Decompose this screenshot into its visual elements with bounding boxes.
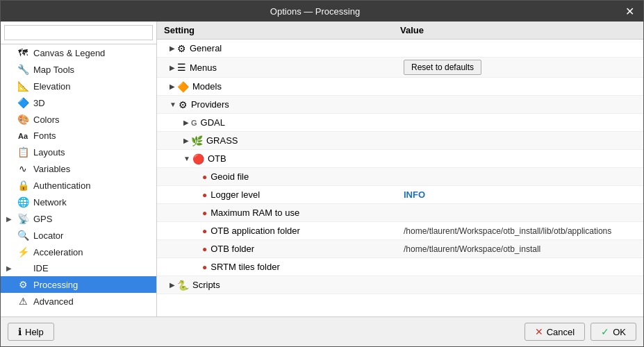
logger-label: Logger level: [210, 189, 260, 200]
gps-icon: 📡: [16, 213, 30, 224]
setting-name-maxram: ● Maximum RAM to use: [157, 205, 400, 220]
options-dialog: Options — Processing ✕ 🗺 Canvas & Legend…: [0, 0, 644, 347]
sidebar-label: Elevation: [33, 81, 70, 92]
expand-menus-button[interactable]: ▶: [167, 64, 177, 71]
help-button[interactable]: ℹ Help: [8, 323, 54, 341]
srtm-icon: ●: [202, 262, 207, 272]
canvas-legend-icon: 🗺: [16, 47, 30, 58]
otbapp-label: OTB application folder: [210, 226, 300, 236]
settings-row-otb: ▼ 🔴 OTB: [157, 150, 643, 168]
sidebar-item-advanced[interactable]: ⚠ Advanced: [1, 293, 156, 310]
locator-icon: 🔍: [16, 230, 30, 241]
expand-gdal-button[interactable]: ▶: [181, 119, 191, 126]
ok-button[interactable]: ✓ OK: [591, 323, 636, 341]
settings-row-models: ▶ 🔶 Models: [157, 78, 643, 96]
maxram-value: [400, 211, 643, 215]
settings-row-maxram: ● Maximum RAM to use: [157, 204, 643, 222]
setting-name-grass: ▶ 🌿 GRASS: [157, 133, 400, 149]
otbapp-value: /home/tlaurent/Workspace/otb_install/lib…: [400, 224, 643, 238]
footer-right: ✕ Cancel ✓ OK: [525, 323, 636, 341]
setting-name-geoid: ● Geoid file: [157, 169, 400, 184]
geoid-label: Geoid file: [210, 171, 249, 182]
cancel-button[interactable]: ✕ Cancel: [525, 323, 585, 341]
otb-value: [400, 157, 643, 161]
otb-label: OTB: [208, 153, 226, 164]
settings-row-scripts: ▶ 🐍 Scripts: [157, 276, 643, 294]
otbfolder-label: OTB folder: [210, 244, 254, 254]
network-icon: 🌐: [16, 196, 30, 208]
grass-icon: 🌿: [191, 135, 203, 146]
sidebar-item-processing[interactable]: ⚙ Processing: [1, 276, 156, 293]
processing-icon: ⚙: [16, 279, 30, 290]
settings-row-general: ▶ ⚙ General: [157, 40, 643, 58]
sidebar-item-fonts[interactable]: Aa Fonts: [1, 128, 156, 144]
cancel-icon: ✕: [535, 326, 543, 337]
expand-providers-button[interactable]: ▼: [167, 101, 179, 108]
footer: ℹ Help ✕ Cancel ✓ OK: [1, 316, 643, 346]
setting-name-scripts: ▶ 🐍 Scripts: [157, 278, 400, 293]
general-value: [400, 46, 643, 51]
sidebar-item-map-tools[interactable]: 🔧 Map Tools: [1, 61, 156, 78]
general-label: General: [190, 43, 222, 53]
search-input[interactable]: [4, 25, 153, 40]
sidebar-item-layouts[interactable]: 📋 Layouts: [1, 144, 156, 160]
sidebar-item-gps[interactable]: ▶ 📡 GPS: [1, 210, 156, 227]
settings-row-logger: ● Logger level INFO: [157, 186, 643, 204]
settings-row-grass: ▶ 🌿 GRASS: [157, 132, 643, 150]
titlebar: Options — Processing ✕: [1, 1, 643, 22]
providers-value: [400, 103, 643, 107]
setting-name-otbfolder: ● OTB folder: [157, 242, 400, 256]
close-button[interactable]: ✕: [622, 4, 636, 18]
colors-icon: 🎨: [16, 114, 30, 125]
sidebar-item-ide[interactable]: ▶ IDE: [1, 260, 156, 276]
sidebar-item-locator[interactable]: 🔍 Locator: [1, 227, 156, 244]
map-tools-icon: 🔧: [16, 64, 30, 75]
grass-label: GRASS: [206, 135, 238, 146]
cancel-label: Cancel: [547, 327, 575, 337]
col-setting: Setting: [164, 25, 400, 35]
3d-icon: 🔷: [16, 97, 30, 108]
sidebar-item-canvas-legend[interactable]: 🗺 Canvas & Legend: [1, 44, 156, 61]
menus-label: Menus: [190, 62, 217, 73]
setting-name-models: ▶ 🔶 Models: [157, 79, 400, 94]
grass-value: [400, 139, 643, 143]
expand-models-button[interactable]: ▶: [167, 83, 177, 90]
expand-grass-button[interactable]: ▶: [181, 137, 191, 144]
setting-name-otbapp: ● OTB application folder: [157, 223, 400, 238]
elevation-icon: 📐: [16, 81, 30, 92]
sidebar-item-authentication[interactable]: 🔒 Authentication: [1, 177, 156, 194]
sidebar-item-colors[interactable]: 🎨 Colors: [1, 111, 156, 128]
providers-label: Providers: [191, 99, 229, 110]
sidebar-label: Layouts: [33, 147, 65, 158]
authentication-icon: 🔒: [16, 180, 30, 191]
settings-row-otbapp: ● OTB application folder /home/tlaurent/…: [157, 222, 643, 240]
setting-name-logger: ● Logger level: [157, 187, 400, 202]
gdal-label: GDAL: [201, 117, 225, 128]
general-icon: ⚙: [177, 43, 186, 54]
sidebar-item-network[interactable]: 🌐 Network: [1, 194, 156, 210]
models-value: [400, 85, 643, 89]
expand-otb-button[interactable]: ▼: [181, 155, 192, 162]
sidebar-label: Authentication: [33, 180, 90, 191]
settings-header: Setting Value: [157, 22, 643, 40]
settings-row-geoid: ● Geoid file: [157, 168, 643, 186]
models-label: Models: [192, 81, 222, 92]
sidebar-item-elevation[interactable]: 📐 Elevation: [1, 78, 156, 94]
help-label: Help: [25, 327, 44, 337]
expand-general-button[interactable]: ▶: [167, 44, 177, 52]
ok-icon: ✓: [601, 326, 609, 337]
expand-scripts-button[interactable]: ▶: [167, 281, 177, 289]
sidebar: 🗺 Canvas & Legend 🔧 Map Tools 📐 Elevatio…: [1, 22, 157, 316]
reset-defaults-button[interactable]: Reset to defaults: [404, 60, 481, 75]
logger-value: INFO: [400, 187, 643, 202]
sidebar-label: IDE: [33, 263, 49, 273]
sidebar-list: 🗺 Canvas & Legend 🔧 Map Tools 📐 Elevatio…: [1, 44, 156, 316]
sidebar-item-acceleration[interactable]: ⚡ Acceleration: [1, 244, 156, 260]
help-icon: ℹ: [18, 326, 22, 337]
fonts-icon: Aa: [16, 132, 30, 140]
sidebar-item-3d[interactable]: 🔷 3D: [1, 94, 156, 111]
geoid-icon: ●: [202, 172, 207, 182]
sidebar-item-variables[interactable]: ∿ Variables: [1, 160, 156, 177]
scripts-icon: 🐍: [177, 280, 189, 291]
setting-name-otb: ▼ 🔴 OTB: [157, 151, 400, 167]
